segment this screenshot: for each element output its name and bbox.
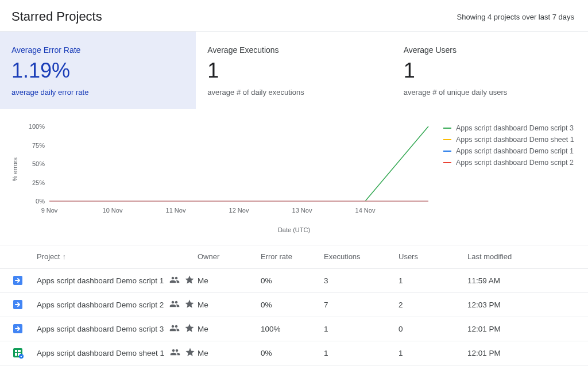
table-body: Apps script dashboard Demo script 1 Me 0… xyxy=(0,269,588,365)
legend-item[interactable]: Apps script dashboard Demo script 2 xyxy=(443,159,577,167)
project-type-icon xyxy=(11,346,24,359)
chart-legend: Apps script dashboard Demo script 3Apps … xyxy=(443,121,577,218)
project-name: Apps script dashboard Demo script 1 xyxy=(37,276,164,285)
stat-label: Average Users xyxy=(404,45,577,55)
project-type-icon xyxy=(11,322,24,335)
summary-text: Showing 4 projects over last 7 days xyxy=(457,13,575,21)
owner-cell: Me xyxy=(198,349,261,357)
stats-row: Average Error Rate 1.19% average daily e… xyxy=(0,32,588,109)
shared-icon xyxy=(169,275,180,287)
stat-value: 1 xyxy=(207,59,380,82)
legend-label: Apps script dashboard Demo script 2 xyxy=(456,159,574,167)
star-icon[interactable] xyxy=(184,323,195,335)
svg-text:12 Nov: 12 Nov xyxy=(229,207,249,214)
column-header-project-label: Project xyxy=(37,252,60,261)
last-modified-cell: 12:01 PM xyxy=(467,325,571,333)
users-cell: 1 xyxy=(399,276,467,285)
column-header-executions[interactable]: Executions xyxy=(324,252,399,261)
table-row[interactable]: Apps script dashboard Demo script 2 Me 0… xyxy=(0,293,588,317)
svg-text:9 Nov: 9 Nov xyxy=(41,207,58,214)
svg-rect-23 xyxy=(17,350,18,356)
last-modified-cell: 12:01 PM xyxy=(467,349,571,357)
svg-text:100%: 100% xyxy=(29,123,45,130)
svg-text:11 Nov: 11 Nov xyxy=(166,207,186,214)
errors-line-chart: 0%25%50%75%100%9 Nov10 Nov11 Nov12 Nov13… xyxy=(21,121,434,218)
last-modified-cell: 12:03 PM xyxy=(467,301,571,309)
chart-x-axis-label: Date (UTC) xyxy=(0,224,588,245)
star-icon[interactable] xyxy=(184,275,195,287)
owner-cell: Me xyxy=(198,301,261,309)
svg-text:0%: 0% xyxy=(36,198,45,205)
owner-cell: Me xyxy=(198,276,261,285)
stat-value: 1 xyxy=(404,59,577,82)
project-type-icon xyxy=(11,298,24,311)
legend-label: Apps script dashboard Demo script 1 xyxy=(456,147,574,155)
stat-desc: average daily error rate xyxy=(11,88,184,97)
stat-value: 1.19% xyxy=(11,59,184,82)
legend-swatch xyxy=(443,162,451,163)
legend-label: Apps script dashboard Demo script 3 xyxy=(456,124,574,132)
users-cell: 0 xyxy=(399,325,467,333)
executions-cell: 1 xyxy=(324,325,399,333)
legend-item[interactable]: Apps script dashboard Demo script 1 xyxy=(443,147,577,155)
sort-arrow-icon: ↑ xyxy=(62,252,66,261)
svg-point-24 xyxy=(19,354,24,359)
chart-y-axis-label: % errors xyxy=(11,157,18,182)
svg-text:50%: 50% xyxy=(32,160,45,167)
stat-desc: average # of daily executions xyxy=(207,88,380,97)
legend-swatch xyxy=(443,139,451,140)
project-type-icon xyxy=(11,274,24,287)
error-rate-cell: 100% xyxy=(261,325,324,333)
legend-swatch xyxy=(443,128,451,129)
last-modified-cell: 11:59 AM xyxy=(467,276,571,285)
svg-text:13 Nov: 13 Nov xyxy=(292,207,312,214)
project-name: Apps script dashboard Demo script 2 xyxy=(37,301,164,309)
page-title: Starred Projects xyxy=(11,9,102,24)
svg-text:25%: 25% xyxy=(32,179,45,186)
error-rate-cell: 0% xyxy=(261,301,324,309)
executions-cell: 1 xyxy=(324,349,399,357)
project-name: Apps script dashboard Demo script 3 xyxy=(37,325,164,333)
svg-text:10 Nov: 10 Nov xyxy=(103,207,123,214)
column-header-project[interactable]: Project ↑ xyxy=(37,252,198,261)
error-rate-cell: 0% xyxy=(261,276,324,285)
users-cell: 1 xyxy=(399,349,467,357)
owner-cell: Me xyxy=(198,325,261,333)
stat-label: Average Error Rate xyxy=(11,45,184,55)
column-header-last-modified[interactable]: Last modified xyxy=(467,252,571,261)
table-row[interactable]: Apps script dashboard Demo sheet 1 Me 0%… xyxy=(0,341,588,365)
stat-label: Average Executions xyxy=(207,45,380,55)
legend-label: Apps script dashboard Demo sheet 1 xyxy=(456,136,574,144)
svg-text:75%: 75% xyxy=(32,141,45,148)
legend-swatch xyxy=(443,151,451,152)
users-cell: 2 xyxy=(399,301,467,309)
stat-card-1[interactable]: Average Executions 1 average # of daily … xyxy=(196,32,392,109)
star-icon[interactable] xyxy=(184,299,195,311)
shared-icon xyxy=(169,323,180,335)
table-row[interactable]: Apps script dashboard Demo script 1 Me 0… xyxy=(0,269,588,293)
column-header-error-rate[interactable]: Error rate xyxy=(261,252,324,261)
svg-text:14 Nov: 14 Nov xyxy=(355,207,376,214)
executions-cell: 7 xyxy=(324,301,399,309)
legend-item[interactable]: Apps script dashboard Demo sheet 1 xyxy=(443,136,577,144)
shared-icon xyxy=(170,347,180,359)
project-name: Apps script dashboard Demo sheet 1 xyxy=(37,349,164,357)
column-header-owner[interactable]: Owner xyxy=(198,252,261,261)
star-icon[interactable] xyxy=(185,347,195,359)
table-header-row: Project ↑ Owner Error rate Executions Us… xyxy=(0,245,588,269)
stat-card-0[interactable]: Average Error Rate 1.19% average daily e… xyxy=(0,32,196,109)
column-header-users[interactable]: Users xyxy=(399,252,467,261)
error-rate-cell: 0% xyxy=(261,349,324,357)
shared-icon xyxy=(169,299,180,311)
stat-card-2[interactable]: Average Users 1 average # of unique dail… xyxy=(392,32,588,109)
legend-item[interactable]: Apps script dashboard Demo script 3 xyxy=(443,124,577,132)
table-row[interactable]: Apps script dashboard Demo script 3 Me 1… xyxy=(0,317,588,341)
stat-desc: average # of unique daily users xyxy=(404,88,577,97)
chart-area: % errors 0%25%50%75%100%9 Nov10 Nov11 No… xyxy=(0,109,588,224)
executions-cell: 3 xyxy=(324,276,399,285)
